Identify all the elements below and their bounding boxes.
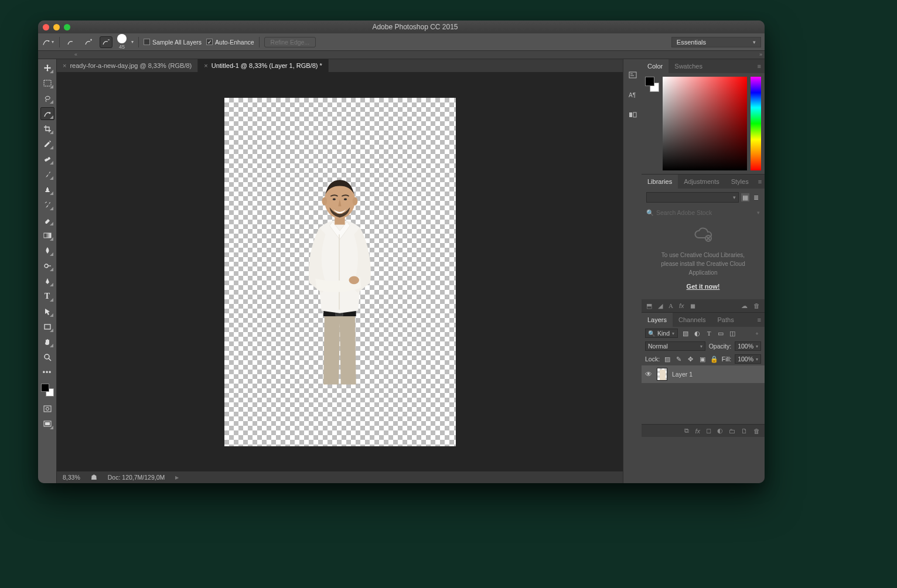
hand-tool[interactable] — [40, 336, 54, 348]
panel-menu-icon[interactable]: ≡ — [754, 63, 765, 70]
history-brush-tool[interactable] — [40, 199, 54, 211]
lock-position-icon[interactable]: ✥ — [687, 355, 695, 363]
sample-all-layers-checkbox[interactable]: Sample All Layers — [144, 39, 202, 46]
color-swatch-control[interactable] — [645, 77, 659, 92]
refine-edge-button[interactable]: Refine Edge... — [264, 37, 316, 47]
canvas-area[interactable] — [57, 72, 623, 471]
filter-adjust-icon[interactable]: ◐ — [693, 329, 701, 337]
collapse-panels-icon[interactable]: » — [759, 52, 762, 57]
filter-shape-icon[interactable]: ▭ — [717, 329, 725, 337]
dodge-tool[interactable] — [40, 259, 54, 272]
window-minimize-button[interactable] — [53, 24, 60, 30]
brush-tool[interactable] — [40, 168, 54, 181]
color-field[interactable] — [663, 77, 747, 170]
clone-stamp-tool[interactable] — [40, 183, 54, 196]
rectangle-tool[interactable] — [40, 320, 54, 333]
collapse-toolbar-icon[interactable]: « — [74, 52, 77, 57]
tab-libraries[interactable]: Libraries — [642, 175, 678, 189]
new-layer-icon[interactable]: 🗋 — [741, 428, 748, 435]
quick-selection-tool[interactable] — [40, 107, 54, 120]
add-layer-style-icon[interactable]: fx — [679, 302, 684, 309]
add-graphic-icon[interactable]: ⬒ — [646, 302, 652, 310]
crop-tool[interactable] — [40, 122, 54, 135]
tab-channels[interactable]: Channels — [673, 313, 711, 327]
document-tab-active[interactable]: × Untitled-1 @ 8,33% (Layer 1, RGB/8) * — [198, 59, 329, 72]
quick-mask-mode[interactable] — [40, 402, 54, 415]
eraser-tool[interactable] — [40, 214, 54, 227]
window-close-button[interactable] — [43, 24, 49, 30]
library-search[interactable]: 🔍 Search Adobe Stock ▾ — [646, 207, 760, 218]
move-tool[interactable] — [40, 61, 54, 74]
layer-visibility-icon[interactable]: 👁 — [645, 370, 652, 378]
window-maximize-button[interactable] — [64, 24, 70, 30]
filter-pixel-icon[interactable]: ▧ — [681, 329, 690, 337]
filter-type-icon[interactable]: T — [705, 329, 713, 337]
edit-toolbar-button[interactable]: ••• — [40, 366, 54, 379]
library-dropdown[interactable]: ▾ — [646, 192, 739, 203]
close-tab-icon[interactable]: × — [204, 62, 207, 69]
tab-color[interactable]: Color — [642, 59, 669, 73]
opacity-value[interactable]: 100%▾ — [735, 341, 761, 351]
tab-layers[interactable]: Layers — [642, 313, 673, 327]
panel-menu-icon[interactable]: ≡ — [755, 178, 765, 185]
type-tool[interactable]: T — [40, 290, 54, 303]
blur-tool[interactable] — [40, 244, 54, 257]
tab-swatches[interactable]: Swatches — [669, 59, 708, 73]
auto-enhance-checkbox[interactable]: Auto-Enhance — [206, 39, 254, 46]
share-icon[interactable]: ☗ — [91, 473, 97, 481]
add-color-icon[interactable]: ◢ — [658, 302, 663, 310]
list-view-icon[interactable]: ≣ — [752, 193, 760, 201]
character-panel-icon[interactable]: A¶ — [626, 88, 639, 101]
close-tab-icon[interactable]: × — [63, 62, 66, 69]
blend-mode-select[interactable]: Normal▾ — [645, 341, 705, 351]
add-mask-icon[interactable]: ◻ — [706, 427, 711, 435]
pen-tool[interactable] — [40, 275, 54, 288]
filter-toggle-icon[interactable]: ◦ — [753, 329, 761, 337]
tab-paths[interactable]: Paths — [712, 313, 740, 327]
lock-pixels-icon[interactable]: ✎ — [675, 355, 683, 363]
new-selection-icon[interactable] — [64, 36, 77, 48]
adjustment-layer-icon[interactable]: ◐ — [717, 427, 723, 435]
grid-view-icon[interactable]: ▦ — [741, 193, 749, 201]
history-panel-icon[interactable] — [626, 69, 639, 81]
brush-preset-picker[interactable]: 45 — [117, 34, 127, 50]
lock-all-icon[interactable]: 🔒 — [710, 355, 718, 363]
path-selection-tool[interactable] — [40, 305, 54, 318]
lock-artboard-icon[interactable]: ▣ — [698, 355, 707, 363]
zoom-tool[interactable] — [40, 351, 54, 364]
tab-styles[interactable]: Styles — [725, 175, 755, 189]
lasso-tool[interactable] — [40, 92, 54, 105]
workspace-switcher[interactable]: Essentials ▾ — [671, 37, 761, 47]
screen-mode-button[interactable] — [40, 418, 54, 430]
delete-layer-icon[interactable]: 🗑 — [753, 428, 760, 435]
add-to-selection-icon[interactable] — [82, 36, 95, 48]
panel-menu-icon[interactable]: ≡ — [754, 316, 765, 323]
lock-transparency-icon[interactable]: ▨ — [663, 355, 671, 363]
layer-name[interactable]: Layer 1 — [672, 371, 693, 378]
eyedropper-tool[interactable] — [40, 138, 54, 151]
libraries-cloud-icon[interactable]: ☁ — [741, 302, 748, 310]
libraries-delete-icon[interactable]: 🗑 — [753, 302, 760, 309]
layer-effects-icon[interactable]: fx — [695, 428, 700, 435]
tab-adjustments[interactable]: Adjustments — [678, 175, 725, 189]
new-group-icon[interactable]: 🗀 — [729, 428, 735, 435]
layer-filter-kind[interactable]: 🔍Kind▾ — [645, 329, 678, 338]
healing-brush-tool[interactable] — [40, 153, 54, 166]
add-character-style-icon[interactable]: A — [669, 302, 673, 309]
quick-selection-tool-icon[interactable]: ▾ — [42, 36, 54, 48]
document-tab-inactive[interactable]: × ready-for-a-new-day.jpg @ 8,33% (RGB/8… — [57, 59, 198, 72]
zoom-level[interactable]: 8,33% — [63, 474, 80, 481]
get-it-now-link[interactable]: Get it now! — [646, 283, 760, 296]
link-layers-icon[interactable]: ⧉ — [684, 427, 689, 435]
add-swatch-icon[interactable]: ◼ — [690, 302, 695, 310]
layer-row[interactable]: 👁 Layer 1 — [642, 365, 765, 383]
rectangular-marquee-tool[interactable] — [40, 77, 54, 90]
status-menu-icon[interactable]: ▶ — [175, 475, 179, 480]
subtract-from-selection-icon[interactable] — [100, 36, 112, 48]
filter-smart-icon[interactable]: ◫ — [728, 329, 736, 337]
hue-slider[interactable] — [751, 77, 761, 170]
foreground-background-swatch[interactable] — [41, 384, 54, 396]
gradient-tool[interactable] — [40, 229, 54, 242]
fill-value[interactable]: 100%▾ — [735, 354, 761, 364]
properties-panel-icon[interactable] — [626, 108, 639, 121]
